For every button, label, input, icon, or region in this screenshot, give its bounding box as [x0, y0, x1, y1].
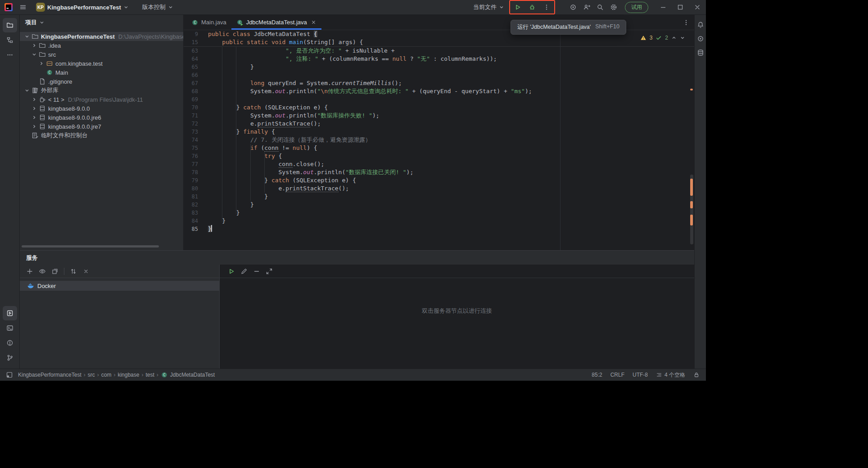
line-number[interactable]: 66: [184, 71, 208, 79]
structure-toolwindow-button[interactable]: [3, 33, 17, 47]
line-number[interactable]: 15: [184, 38, 208, 46]
breadcrumb-item-com[interactable]: com: [101, 372, 112, 378]
inspections-widget[interactable]: 3 2: [640, 35, 685, 41]
code-line-84[interactable]: }: [208, 217, 694, 225]
line-number[interactable]: 81: [184, 193, 208, 201]
tree-item-item-6[interactable]: 外部库: [20, 86, 183, 95]
file-encoding[interactable]: UTF-8: [633, 372, 648, 378]
indent-setting[interactable]: 4 个空格: [656, 371, 685, 379]
project-toolwindow-button[interactable]: [3, 18, 17, 32]
line-number[interactable]: 75: [184, 144, 208, 152]
git-toolwindow-button[interactable]: [3, 351, 17, 365]
line-number[interactable]: 71: [184, 112, 208, 120]
line-number[interactable]: 9: [184, 30, 208, 38]
tree-item-gitignore[interactable]: .gitignore: [20, 77, 183, 86]
chevron-down-icon[interactable]: [31, 51, 38, 58]
tree-item-idea[interactable]: .idea: [20, 41, 183, 50]
code-line-74[interactable]: // 7. 关闭连接（新手必做，避免资源泄露）: [208, 136, 694, 144]
collapse-all-button[interactable]: [81, 266, 91, 277]
line-number[interactable]: 84: [184, 217, 208, 225]
chevron-right-icon[interactable]: [31, 114, 38, 121]
code-line-76[interactable]: try {: [208, 152, 694, 160]
main-menu-button[interactable]: [16, 1, 30, 14]
code-line-68[interactable]: System.out.println("\n传统方式元信息查询总耗时: " + …: [208, 87, 694, 95]
code-with-me-button[interactable]: [580, 1, 593, 14]
chevron-right-icon[interactable]: [31, 96, 38, 103]
edit-configuration-button[interactable]: [239, 266, 249, 277]
line-number[interactable]: 83: [184, 209, 208, 217]
line-number[interactable]: 82: [184, 201, 208, 209]
line-number[interactable]: 63: [184, 47, 208, 55]
next-problem-button[interactable]: [680, 35, 685, 40]
search-everywhere-button[interactable]: [593, 1, 607, 14]
chevron-right-icon[interactable]: [31, 42, 38, 49]
trial-badge[interactable]: 试用: [625, 2, 648, 13]
notifications-button[interactable]: [695, 18, 706, 32]
tab-main-java[interactable]: CMain.java: [186, 15, 231, 30]
tab-close-button[interactable]: [311, 19, 316, 25]
line-separator[interactable]: CRLF: [610, 372, 624, 378]
code-line-78[interactable]: System.out.println("数据库连接已关闭! ");: [208, 168, 694, 176]
project-panel-header[interactable]: 项目: [20, 15, 183, 30]
code-line-70[interactable]: } catch (SQLException e) {: [208, 104, 694, 112]
code-line-71[interactable]: System.out.println("数据库操作失败! ");: [208, 112, 694, 120]
breadcrumb-item-kingbase[interactable]: kingbase: [118, 372, 139, 378]
service-item-docker[interactable]: Docker: [20, 281, 219, 291]
code-line-75[interactable]: if (conn != null) {: [208, 144, 694, 152]
show-services-button[interactable]: [37, 266, 48, 277]
add-service-button[interactable]: [24, 266, 35, 277]
horizontal-scrollbar[interactable]: [22, 245, 159, 248]
remove-service-button[interactable]: [251, 266, 262, 277]
debug-button[interactable]: [525, 1, 539, 14]
line-number[interactable]: 77: [184, 160, 208, 168]
terminal-toolwindow-button[interactable]: [3, 321, 17, 335]
settings-button[interactable]: [607, 1, 620, 14]
run-configuration-widget[interactable]: 当前文件: [470, 1, 508, 14]
code-line-69[interactable]: [208, 95, 694, 104]
tree-item-item-11[interactable]: 临时文件和控制台: [20, 131, 183, 140]
breadcrumb-item-test[interactable]: test: [145, 372, 154, 378]
line-number[interactable]: 80: [184, 184, 208, 193]
vcs-widget[interactable]: 版本控制: [139, 1, 177, 14]
code-area[interactable]: 6364656667686970717273747576777879808182…: [184, 47, 694, 250]
problems-toolwindow-button[interactable]: [3, 336, 17, 350]
tree-item-11[interactable]: < 11 >D:\Program Files\Java\jdk-11: [20, 95, 183, 104]
code-line-67[interactable]: long queryEnd = System.currentTimeMillis…: [208, 79, 694, 87]
code-line-85[interactable]: }: [208, 225, 694, 233]
line-number[interactable]: 73: [184, 128, 208, 136]
code-line-82[interactable]: }: [208, 201, 694, 209]
minimize-button[interactable]: [655, 0, 672, 15]
chevron-right-icon[interactable]: [31, 105, 38, 112]
tree-item-kingbaseperformancetest[interactable]: KingbasePerformanceTestD:\JavaProjects\K…: [20, 32, 183, 41]
code-line-65[interactable]: }: [208, 63, 694, 71]
tab-options-button[interactable]: [683, 19, 690, 26]
code-line-80[interactable]: e.printStackTrace();: [208, 184, 694, 193]
tree-item-kingbase8-9-0-0-jre7[interactable]: kingbase8-9.0.0.jre7: [20, 122, 183, 131]
line-number[interactable]: 69: [184, 95, 208, 104]
run-service-button[interactable]: [226, 266, 237, 277]
close-button[interactable]: [689, 0, 706, 15]
previous-problem-button[interactable]: [671, 35, 677, 40]
write-access-toggle[interactable]: [693, 372, 700, 378]
breadcrumb-item-jdbcmetadatatest[interactable]: JdbcMetaDataTest: [170, 372, 215, 378]
open-in-new-tab-button[interactable]: [50, 266, 60, 277]
line-number[interactable]: 72: [184, 120, 208, 128]
tree-item-kingbase8-9-0-0[interactable]: kingbase8-9.0.0: [20, 104, 183, 113]
editor-code[interactable]: ", 是否允许为空: " + isNullable + ", 注释: " + (…: [208, 47, 694, 250]
line-number[interactable]: 78: [184, 168, 208, 176]
expand-all-button[interactable]: [68, 266, 79, 277]
more-actions-button[interactable]: [540, 1, 553, 14]
tab-jdbcmetadatatest-java[interactable]: CJdbcMetaDataTest.java: [231, 15, 321, 30]
chevron-down-icon[interactable]: [23, 33, 31, 40]
services-toolwindow-button[interactable]: [3, 306, 17, 320]
code-line-15[interactable]: public static void main(String[] args) {: [208, 38, 694, 46]
services-panel-header[interactable]: 服务: [20, 251, 694, 265]
code-line-77[interactable]: conn.close();: [208, 160, 694, 168]
line-number[interactable]: 85: [184, 225, 208, 233]
code-line-81[interactable]: }: [208, 193, 694, 201]
project-widget[interactable]: KP KingbasePerformanceTest: [32, 1, 132, 14]
expand-view-button[interactable]: [264, 266, 275, 277]
line-number[interactable]: 70: [184, 104, 208, 112]
run-button[interactable]: [511, 1, 524, 14]
breadcrumb-item-kingbaseperformancetest[interactable]: KingbasePerformanceTest: [18, 372, 81, 378]
